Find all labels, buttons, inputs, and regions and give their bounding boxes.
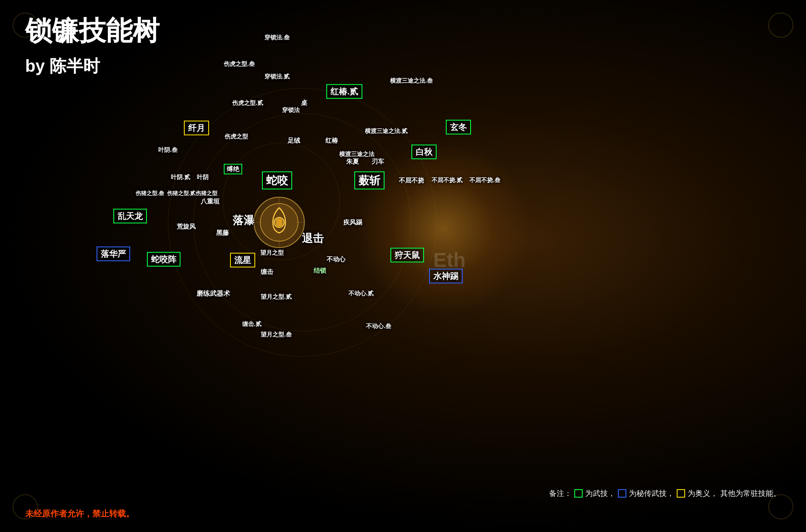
- node-quan: 桌: [301, 99, 307, 107]
- node-bu-qu-bu-nao: 不屈不挠: [399, 177, 424, 185]
- node-tui-ji: 退击: [302, 231, 324, 246]
- node-ye-yin-san: 叶阴.叁: [158, 146, 178, 154]
- legend-yellow-box: [677, 489, 685, 498]
- page-title: 锁镰技能树: [25, 13, 160, 49]
- node-wang-yue-er: 望月之型.贰: [261, 293, 292, 301]
- node-shang-zhu: 伤猪之型: [196, 190, 217, 197]
- node-ye-yin: 叶阴: [197, 174, 209, 181]
- node-ji-feng-ti: 疾风踢: [343, 219, 362, 227]
- node-li-che: 刃车: [372, 158, 384, 166]
- node-bu-dong-xin-san: 不动心.叁: [366, 323, 391, 330]
- legend-yellow-label: 为奥义，: [688, 488, 718, 498]
- legend-blue-label: 为秘传武技，: [629, 488, 674, 498]
- legend-green-box: [574, 489, 583, 498]
- node-shou-tian-shu: 狩天鼠: [390, 248, 424, 263]
- node-she-yao-zhen: 蛇咬阵: [147, 252, 181, 267]
- node-ye-yin-er: 叶阴.贰: [171, 174, 190, 181]
- node-zu-rong: 足绒: [288, 137, 300, 145]
- node-chan-ji: 缠击: [261, 268, 273, 276]
- node-liu-xing: 流星: [230, 253, 255, 268]
- corner-ornament-tr: [768, 13, 793, 38]
- node-ba-zhong-yuan: 八重垣: [201, 198, 220, 206]
- node-luan-tian-long: 乱天龙: [113, 209, 147, 224]
- node-xuan-dong: 玄冬: [446, 120, 471, 135]
- node-wang-yue: 望月之型: [260, 249, 284, 257]
- node-shang-hu-san: 伤虎之型.叁: [224, 60, 255, 68]
- node-she-yao: 蛇咬: [262, 172, 292, 190]
- node-zhu-xia: 朱夏: [346, 158, 359, 166]
- node-hong-chun-er: 红椿.贰: [326, 84, 362, 99]
- node-jie-suo: 结锁: [314, 267, 326, 275]
- node-shang-hu-er: 伤虎之型.贰: [232, 99, 263, 107]
- node-heng-du: 横渡三途之法: [339, 151, 374, 158]
- node-gun-yue: 纤月: [184, 121, 209, 136]
- node-wang-yue-san: 望月之型.叁: [261, 331, 292, 339]
- footer-warning: 未经原作者允许，禁止转载。: [25, 508, 134, 519]
- node-luo-pu: 落瀑: [233, 213, 254, 228]
- node-hei-teng: 黑藤: [216, 229, 229, 237]
- node-bu-qu-er: 不屈不挠.贰: [432, 177, 463, 184]
- node-shang-zhu-san: 伤猪之型.叁: [136, 190, 165, 197]
- node-shang-zhu-er: 伤猪之型.贰: [167, 190, 196, 197]
- node-heng-du-san: 横渡三途之法.叁: [390, 77, 433, 85]
- eth-watermark: Eth: [433, 248, 466, 271]
- legend-suffix: 其他为常驻技能。: [720, 488, 781, 498]
- node-shu-zhan: 薮斩: [354, 172, 385, 190]
- node-bai-qiu: 白秋: [411, 145, 437, 159]
- node-luo-hua-yan: 落华严: [97, 247, 130, 261]
- legend-prefix: 备注：: [549, 488, 572, 498]
- node-kun-jue: 缚绝: [224, 164, 242, 175]
- legend-blue-box: [618, 489, 626, 498]
- node-chuan-suo-fa-san: 穿锁法.叁: [264, 34, 290, 42]
- legend: 备注： 为武技， 为秘传武技， 为奥义， 其他为常驻技能。: [549, 488, 781, 498]
- node-shang-hu: 伤虎之型: [225, 133, 248, 141]
- node-chuan-suo-fa: 穿锁法: [282, 107, 300, 114]
- node-mo-lian: 磨练武器术: [196, 289, 230, 298]
- node-hong-chun: 红椿: [325, 137, 338, 145]
- node-chan-ji-er: 缠击.贰: [242, 321, 262, 328]
- node-bu-dong-xin: 不动心: [327, 256, 345, 263]
- node-huang-xuan-feng: 荒旋风: [177, 223, 196, 231]
- node-chuan-suo-fa-er: 穿锁法.贰: [264, 73, 290, 81]
- center-symbol: [252, 195, 306, 250]
- node-heng-du-er: 横渡三途之法.贰: [365, 128, 408, 135]
- page-subtitle: by 陈半时: [25, 55, 100, 78]
- legend-green-label: 为武技，: [585, 488, 615, 498]
- node-bu-dong-xin-er: 不动心.贰: [348, 290, 374, 297]
- node-bu-qu-san: 不屈不挠.叁: [469, 177, 500, 184]
